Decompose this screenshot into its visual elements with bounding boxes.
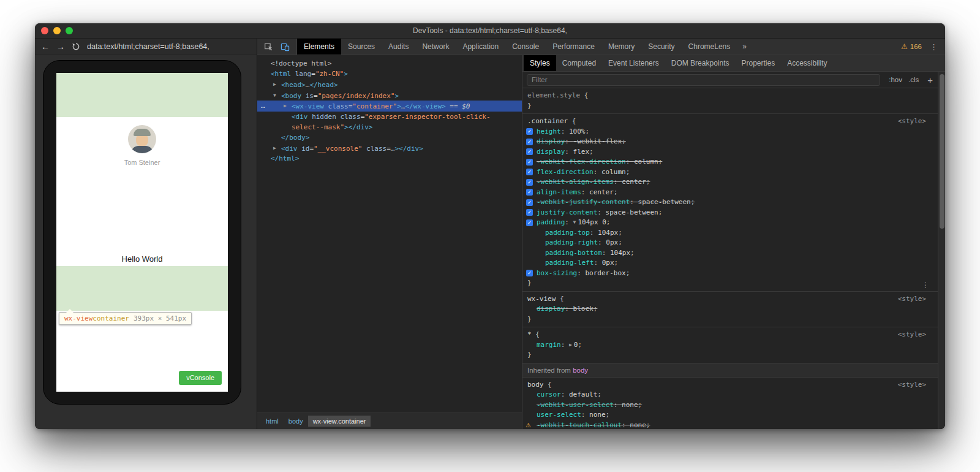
- rule-selector[interactable]: .container: [527, 117, 568, 125]
- css-declaration[interactable]: ✓-webkit-align-items: center;: [522, 177, 938, 188]
- minimize-button[interactable]: [53, 27, 61, 34]
- css-declaration[interactable]: ✓align-items: center;: [522, 188, 938, 198]
- rule-selector[interactable]: wx-view: [527, 295, 556, 303]
- dom-tree-row[interactable]: <html lang="zh-CN">: [257, 69, 522, 79]
- css-declaration[interactable]: ✓box-sizing: border-box;: [522, 268, 938, 279]
- node-link[interactable]: body: [573, 367, 588, 374]
- css-declaration[interactable]: user-select: none;: [522, 410, 938, 421]
- dom-tree-row[interactable]: …▶<wx-view class="container">…</wx-view>…: [257, 101, 522, 112]
- css-declaration[interactable]: ⚠-webkit-touch-callout: none;: [522, 421, 938, 430]
- css-declaration[interactable]: ✓display: flex;: [522, 147, 938, 158]
- property-checkbox[interactable]: ✓: [526, 148, 533, 155]
- dom-tree-row[interactable]: </html>: [257, 153, 522, 164]
- pseudo-state-toggle[interactable]: :hov: [889, 76, 902, 83]
- css-declaration[interactable]: ✓display: -webkit-flex;: [522, 137, 938, 147]
- css-declaration[interactable]: ✓padding: ▼104px 0;: [522, 218, 938, 228]
- address-bar[interactable]: data:text/html;charset=utf-8;base64,: [87, 42, 209, 51]
- tab-console[interactable]: Console: [505, 39, 546, 55]
- expand-longhand-icon[interactable]: ▶: [569, 342, 572, 348]
- tab-memory[interactable]: Memory: [601, 39, 641, 55]
- tab-elements[interactable]: Elements: [297, 39, 341, 55]
- breadcrumb-item[interactable]: wx-view.container: [308, 416, 371, 427]
- css-declaration[interactable]: display: block;: [522, 304, 938, 314]
- sidebar-tab-computed[interactable]: Computed: [556, 55, 602, 71]
- new-style-rule-button[interactable]: +: [927, 75, 933, 85]
- dom-tree-row[interactable]: select--mask"></div>: [257, 122, 522, 132]
- scrollbar-thumb[interactable]: [940, 74, 944, 229]
- sidebar-tab-accessibility[interactable]: Accessibility: [781, 55, 833, 71]
- property-checkbox[interactable]: ✓: [526, 199, 533, 206]
- tab-chromelens[interactable]: ChromeLens: [682, 39, 737, 55]
- css-declaration[interactable]: padding-bottom: 104px;: [522, 248, 938, 259]
- dom-tree-row[interactable]: <!doctype html>: [257, 58, 522, 69]
- rule-more-icon[interactable]: ⋮: [922, 281, 929, 289]
- dom-tree-row[interactable]: ▶<div id="__vconsole" class=…></div>: [257, 143, 522, 154]
- reload-icon[interactable]: [72, 42, 80, 51]
- rule-selector[interactable]: body: [527, 381, 544, 389]
- expand-arrow-icon[interactable]: ▶: [284, 101, 292, 111]
- css-declaration[interactable]: padding-left: 0px;: [522, 258, 938, 268]
- expand-arrow-icon[interactable]: ▶: [273, 143, 281, 153]
- more-actions-icon[interactable]: …: [261, 101, 265, 111]
- css-declaration[interactable]: ✓flex-direction: column;: [522, 167, 938, 178]
- more-tabs-chevron[interactable]: »: [737, 39, 752, 55]
- tab-sources[interactable]: Sources: [341, 39, 382, 55]
- tab-audits[interactable]: Audits: [382, 39, 415, 55]
- css-declaration[interactable]: ✓-webkit-flex-direction: column;: [522, 157, 938, 167]
- dom-tree-row[interactable]: </body>: [257, 132, 522, 143]
- property-checkbox[interactable]: ✓: [526, 189, 533, 196]
- css-declaration[interactable]: margin: ▶0;: [522, 340, 938, 351]
- scrollbar[interactable]: [938, 72, 945, 429]
- css-declaration[interactable]: cursor: default;: [522, 390, 938, 400]
- stylesheet-link[interactable]: <style>: [898, 294, 926, 305]
- dom-tree-row[interactable]: ▶<head>…</head>: [257, 79, 522, 90]
- css-declaration[interactable]: ✓-webkit-justify-content: space-between;: [522, 197, 938, 208]
- dom-tree[interactable]: <!doctype html><html lang="zh-CN">▶<head…: [257, 55, 522, 413]
- styles-pane[interactable]: element.style {}.container {<style>✓heig…: [522, 88, 945, 429]
- zoom-button[interactable]: [66, 27, 73, 34]
- expand-arrow-icon[interactable]: ▼: [273, 90, 281, 101]
- tab-performance[interactable]: Performance: [546, 39, 601, 55]
- styles-filter-input[interactable]: [527, 74, 880, 86]
- css-declaration[interactable]: ✓justify-content: space-between;: [522, 208, 938, 218]
- property-checkbox[interactable]: ✓: [526, 209, 533, 216]
- sidebar-tab-styles[interactable]: Styles: [524, 55, 556, 71]
- tab-security[interactable]: Security: [641, 39, 681, 55]
- breadcrumb-item[interactable]: body: [284, 416, 308, 427]
- property-checkbox[interactable]: ✓: [526, 270, 533, 276]
- forward-icon[interactable]: →: [56, 42, 65, 51]
- property-checkbox[interactable]: ✓: [526, 219, 533, 226]
- rule-selector[interactable]: element.style: [527, 91, 580, 99]
- tab-application[interactable]: Application: [456, 39, 505, 55]
- inspect-element-icon[interactable]: [261, 40, 276, 53]
- sidebar-tab-properties[interactable]: Properties: [735, 55, 781, 71]
- property-checkbox[interactable]: ✓: [526, 128, 533, 135]
- stylesheet-link[interactable]: <style>: [898, 380, 926, 390]
- property-checkbox[interactable]: ✓: [526, 179, 533, 186]
- css-declaration[interactable]: -webkit-user-select: none;: [522, 400, 938, 411]
- property-checkbox[interactable]: ✓: [526, 139, 533, 145]
- css-declaration[interactable]: padding-right: 0px;: [522, 238, 938, 248]
- vconsole-button[interactable]: vConsole: [179, 371, 222, 385]
- property-checkbox[interactable]: ✓: [526, 169, 533, 175]
- css-declaration[interactable]: padding-top: 104px;: [522, 228, 938, 238]
- collapse-longhand-icon[interactable]: ▼: [573, 219, 576, 225]
- expand-arrow-icon[interactable]: ▶: [273, 79, 281, 89]
- sidebar-tab-event-listeners[interactable]: Event Listeners: [602, 55, 665, 71]
- breadcrumb-item[interactable]: html: [261, 416, 284, 427]
- stylesheet-link[interactable]: <style>: [898, 116, 926, 127]
- css-declaration[interactable]: ✓height: 100%;: [522, 127, 938, 137]
- device-toolbar-icon[interactable]: [277, 40, 293, 53]
- class-toggle[interactable]: .cls: [908, 76, 919, 83]
- back-icon[interactable]: ←: [41, 42, 50, 51]
- sidebar-tab-dom-breakpoints[interactable]: DOM Breakpoints: [665, 55, 736, 71]
- devtools-menu-icon[interactable]: ⋮: [930, 42, 938, 51]
- stylesheet-link[interactable]: <style>: [898, 330, 926, 340]
- console-warnings-badge[interactable]: ⚠166: [901, 43, 922, 50]
- dom-tree-row[interactable]: ▼<body is="pages/index/index">: [257, 90, 522, 101]
- close-button[interactable]: [41, 27, 48, 34]
- rule-selector[interactable]: *: [527, 330, 532, 338]
- tab-network[interactable]: Network: [415, 39, 456, 55]
- property-checkbox[interactable]: ✓: [526, 159, 533, 166]
- dom-tree-row[interactable]: <div hidden class="exparser-inspector-to…: [257, 112, 522, 122]
